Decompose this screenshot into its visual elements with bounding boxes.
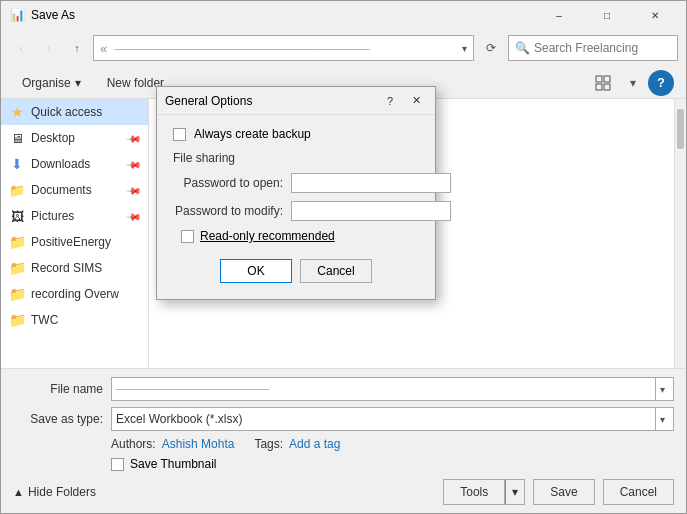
sidebar-item-label: Desktop — [31, 131, 122, 145]
sidebar-item-recording-overw[interactable]: 📁 recording Overw — [1, 281, 148, 307]
tags-label: Tags: — [254, 437, 283, 451]
backup-row: Always create backup — [173, 127, 419, 141]
title-bar: 📊 Save As – □ ✕ — [1, 1, 686, 29]
tools-button[interactable]: Tools — [443, 479, 505, 505]
maximize-button[interactable]: □ — [584, 1, 630, 29]
password-modify-row: Password to modify: — [173, 201, 419, 221]
refresh-button[interactable]: ⟳ — [478, 35, 504, 61]
authors-value[interactable]: Ashish Mohta — [162, 437, 235, 451]
sidebar-item-record-sims[interactable]: 📁 Record SIMS — [1, 255, 148, 281]
save-as-type-control[interactable]: Excel Workbook (*.xlsx) ▾ — [111, 407, 674, 431]
file-name-input[interactable] — [116, 382, 651, 396]
tools-dropdown-button[interactable]: ▾ — [505, 479, 525, 505]
save-thumbnail-label: Save Thumbnail — [130, 457, 217, 471]
save-as-type-dropdown-icon[interactable]: ▾ — [655, 408, 669, 430]
save-button[interactable]: Save — [533, 479, 594, 505]
address-bar[interactable]: « ────────────────────────────── ▾ — [93, 35, 474, 61]
dialog-cancel-button[interactable]: Cancel — [300, 259, 372, 283]
hide-folders-button[interactable]: ▲ Hide Folders — [13, 485, 96, 499]
file-name-row: File name ▾ — [13, 377, 674, 401]
content-area: ★ Quick access 🖥 Desktop 📌 ⬇ Downloads 📌… — [1, 99, 686, 368]
save-as-type-value: Excel Workbook (*.xlsx) — [116, 412, 651, 426]
up-button[interactable]: ↑ — [65, 36, 89, 60]
sidebar-item-twc[interactable]: 📁 TWC — [1, 307, 148, 333]
file-name-label: File name — [13, 382, 103, 396]
dialog-actions: OK Cancel — [173, 253, 419, 287]
password-modify-input[interactable] — [291, 201, 451, 221]
sidebar-item-label: recording Overw — [31, 287, 140, 301]
sidebar-item-positive-energy[interactable]: 📁 PositiveEnergy — [1, 229, 148, 255]
sidebar-item-label: TWC — [31, 313, 140, 327]
sidebar-item-label: Documents — [31, 183, 122, 197]
dialog-close-button[interactable]: ✕ — [405, 99, 427, 112]
backup-checkbox[interactable] — [173, 128, 186, 141]
dialog-ok-button[interactable]: OK — [220, 259, 292, 283]
action-buttons: Tools ▾ Save Cancel — [443, 479, 674, 505]
password-open-label: Password to open: — [173, 176, 283, 190]
address-dropdown-icon[interactable]: ▾ — [462, 43, 467, 54]
cancel-button[interactable]: Cancel — [603, 479, 674, 505]
general-options-dialog: General Options ? ✕ Always create backup… — [156, 99, 436, 300]
view-button[interactable] — [588, 71, 618, 95]
meta-row: Authors: Ashish Mohta Tags: Add a tag — [13, 437, 674, 451]
folder-icon: 📁 — [9, 260, 25, 276]
save-as-type-row: Save as type: Excel Workbook (*.xlsx) ▾ — [13, 407, 674, 431]
sidebar: ★ Quick access 🖥 Desktop 📌 ⬇ Downloads 📌… — [1, 99, 149, 368]
sidebar-item-label: Quick access — [31, 105, 140, 119]
sidebar-item-quick-access[interactable]: ★ Quick access — [1, 99, 148, 125]
sidebar-item-label: Downloads — [31, 157, 122, 171]
organise-label: Organise — [22, 76, 71, 90]
pin-icon: 📌 — [126, 208, 142, 224]
svg-rect-3 — [604, 84, 610, 90]
password-open-input[interactable] — [291, 173, 451, 193]
dialog-title-bar: General Options ? ✕ — [157, 99, 435, 115]
pictures-icon: 🖼 — [9, 208, 25, 224]
dialog-body: Always create backup File sharing Passwo… — [157, 115, 435, 299]
close-window-button[interactable]: ✕ — [632, 1, 678, 29]
folder-icon: 📁 — [9, 234, 25, 250]
organise-button[interactable]: Organise ▾ — [13, 71, 90, 95]
scrollbar-thumb[interactable] — [677, 109, 684, 149]
dialog-help-button[interactable]: ? — [379, 99, 401, 112]
sidebar-item-desktop[interactable]: 🖥 Desktop 📌 — [1, 125, 148, 151]
title-bar-controls: – □ ✕ — [536, 1, 678, 29]
search-box[interactable]: 🔍 — [508, 35, 678, 61]
tools-chevron-icon: ▾ — [512, 485, 518, 499]
sidebar-item-label: Pictures — [31, 209, 122, 223]
documents-icon: 📁 — [9, 182, 25, 198]
folder-icon: 📁 — [9, 312, 25, 328]
sidebar-item-label: PositiveEnergy — [31, 235, 140, 249]
desktop-icon: 🖥 — [9, 130, 25, 146]
tools-button-group: Tools ▾ — [443, 479, 525, 505]
backup-label: Always create backup — [194, 127, 311, 141]
sidebar-item-pictures[interactable]: 🖼 Pictures 📌 — [1, 203, 148, 229]
readonly-checkbox[interactable] — [181, 230, 194, 243]
password-open-row: Password to open: — [173, 173, 419, 193]
view-dropdown-button[interactable]: ▾ — [626, 71, 640, 95]
forward-button[interactable]: › — [37, 36, 61, 60]
authors-item: Authors: Ashish Mohta — [111, 437, 234, 451]
sidebar-item-downloads[interactable]: ⬇ Downloads 📌 — [1, 151, 148, 177]
title-bar-text: Save As — [31, 8, 536, 22]
help-button[interactable]: ? — [648, 70, 674, 96]
tags-value[interactable]: Add a tag — [289, 437, 340, 451]
pin-icon: 📌 — [126, 156, 142, 172]
file-name-control[interactable]: ▾ — [111, 377, 674, 401]
sidebar-item-documents[interactable]: 📁 Documents 📌 — [1, 177, 148, 203]
back-button[interactable]: ‹ — [9, 36, 33, 60]
file-sharing-label: File sharing — [173, 151, 419, 165]
svg-rect-1 — [604, 76, 610, 82]
bottom-area: File name ▾ Save as type: Excel Workbook… — [1, 368, 686, 513]
readonly-label: Read-only recommended — [200, 229, 335, 243]
save-thumbnail-checkbox[interactable] — [111, 458, 124, 471]
minimize-button[interactable]: – — [536, 1, 582, 29]
search-input[interactable] — [534, 41, 684, 55]
chevron-down-icon: ▲ — [13, 486, 24, 498]
save-as-type-label: Save as type: — [13, 412, 103, 426]
file-name-dropdown-icon[interactable]: ▾ — [655, 378, 669, 400]
tags-item: Tags: Add a tag — [254, 437, 340, 451]
password-modify-label: Password to modify: — [173, 204, 283, 218]
address-text: « ────────────────────────────── — [100, 41, 458, 56]
scrollbar[interactable] — [674, 99, 686, 368]
thumbnail-row: Save Thumbnail — [13, 457, 674, 471]
